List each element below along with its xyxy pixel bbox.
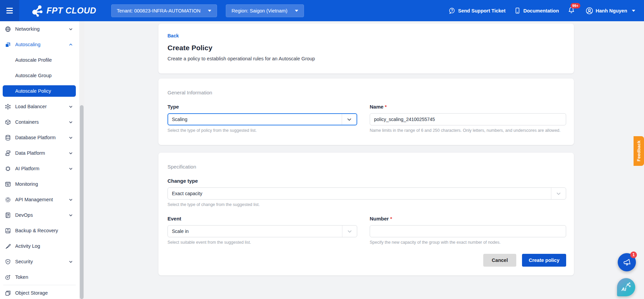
sidebar-item-label: Backup & Recovery bbox=[15, 228, 58, 233]
sidebar-item-activity-log[interactable]: Activity Log bbox=[0, 238, 79, 254]
sidebar-item-networking[interactable]: Networking bbox=[0, 21, 79, 37]
name-help-text: Name limits in the range of 6 and 250 ch… bbox=[370, 128, 566, 133]
caret-down-icon bbox=[632, 10, 635, 12]
page-subtitle: Create a policy to establish operational… bbox=[167, 56, 565, 61]
sidebar-item-label: Load Balancer bbox=[15, 104, 47, 109]
devops-icon bbox=[5, 212, 11, 218]
sidebar-item-api-management[interactable]: API Management bbox=[0, 192, 79, 207]
create-policy-button[interactable]: Create policy bbox=[522, 254, 566, 267]
sidebar-subitem-autoscale-group[interactable]: Autoscale Group bbox=[0, 68, 79, 83]
sidebar-item-database-platform[interactable]: Database Platform bbox=[0, 130, 79, 145]
chevron-down-icon bbox=[347, 230, 352, 233]
send-support-ticket-link[interactable]: ? Send Support Ticket bbox=[449, 7, 505, 14]
fpt-network-icon bbox=[30, 4, 43, 18]
documentation-link[interactable]: Documentation bbox=[514, 7, 559, 14]
sidebar-item-data-platform[interactable]: Data Platform bbox=[0, 145, 79, 161]
back-link[interactable]: Back bbox=[167, 33, 179, 38]
chevron-down-icon bbox=[69, 261, 72, 263]
specification-card: Specification Change type Exact capacity… bbox=[158, 153, 574, 275]
event-select-value: Scale in bbox=[172, 229, 189, 234]
sidebar-subitem-label: Autoscale Policy bbox=[15, 88, 51, 94]
sidebar-item-label: Token bbox=[15, 274, 28, 280]
autoscaling-icon bbox=[5, 41, 11, 48]
sidebar-item-token[interactable]: Token bbox=[0, 269, 79, 285]
containers-cube-icon bbox=[5, 119, 11, 125]
sidebar-item-ai-platform[interactable]: AI Platform bbox=[0, 161, 79, 176]
sidebar-item-containers[interactable]: Containers bbox=[0, 114, 79, 130]
sidebar-scrollbar-track bbox=[79, 21, 84, 299]
page-header-card: Back Create Policy Create a policy to es… bbox=[158, 24, 574, 73]
type-help-text: Select the type of policy from the sugge… bbox=[167, 128, 357, 133]
event-label: Event bbox=[167, 216, 357, 221]
ai-chip-icon bbox=[5, 166, 11, 172]
number-input[interactable] bbox=[370, 225, 566, 237]
sidebar-subitem-autoscale-profile[interactable]: Autoscale Profile bbox=[0, 52, 79, 68]
top-navbar: FPT CLOUD Tenant: 000823-INFRA-AUTOMATIO… bbox=[0, 0, 644, 21]
type-field: Type Scaling Select the type of policy f… bbox=[167, 104, 357, 133]
ai-assistant-button[interactable]: AI bbox=[617, 278, 635, 296]
sidebar-item-label: Monitoring bbox=[15, 181, 38, 187]
user-menu[interactable]: Hanh Nguyen bbox=[586, 7, 635, 14]
chevron-down-icon bbox=[69, 106, 72, 108]
cancel-button[interactable]: Cancel bbox=[483, 254, 516, 267]
backup-drive-icon bbox=[5, 228, 11, 234]
chevron-down-icon bbox=[69, 121, 72, 123]
event-help-text: Select suitable event from the suggested… bbox=[167, 240, 357, 245]
sidebar-subitem-autoscale-policy-selected[interactable]: Autoscale Policy bbox=[3, 85, 76, 97]
tenant-selector[interactable]: Tenant: 000823-INFRA-AUTOMATION bbox=[111, 4, 217, 17]
change-type-label: Change type bbox=[167, 178, 566, 184]
type-select-value: Scaling bbox=[172, 117, 187, 122]
region-selector[interactable]: Region: Saigon (Vietnam) bbox=[226, 4, 304, 17]
chevron-up-icon bbox=[69, 43, 72, 46]
sidebar-item-monitoring[interactable]: Monitoring bbox=[0, 176, 79, 192]
documentation-label: Documentation bbox=[523, 8, 559, 13]
sidebar-item-label: Networking bbox=[15, 26, 40, 32]
megaphone-icon bbox=[621, 257, 632, 268]
sidebar-item-label: Containers bbox=[15, 119, 39, 125]
brand-logo-text: FPT CLOUD bbox=[47, 6, 96, 16]
globe-icon bbox=[5, 26, 11, 32]
event-field: Event Scale in Select suitable event fro… bbox=[167, 216, 357, 245]
brand-logo: FPT CLOUD bbox=[30, 4, 96, 18]
send-support-ticket-label: Send Support Ticket bbox=[458, 8, 505, 13]
sidebar-item-object-storage[interactable]: Object Storage bbox=[0, 285, 79, 299]
notifications-button[interactable]: 99+ bbox=[568, 6, 575, 15]
notification-count-badge: 99+ bbox=[571, 3, 580, 8]
announcements-button[interactable]: 1 bbox=[618, 253, 636, 271]
sidebar-item-devops[interactable]: DevOps bbox=[0, 207, 79, 223]
name-label: Name* bbox=[370, 104, 566, 110]
sidebar-subitem-label: Autoscale Group bbox=[15, 73, 52, 78]
sidebar-item-security[interactable]: Security bbox=[0, 254, 79, 269]
chevron-down-icon bbox=[69, 214, 72, 216]
left-sidebar: Networking Autoscaling Autoscale Profile… bbox=[0, 21, 84, 299]
sidebar-item-label: DevOps bbox=[15, 212, 33, 218]
change-type-help-text: Select the type of change from the sugge… bbox=[167, 202, 566, 207]
user-name-label: Hanh Nguyen bbox=[596, 8, 627, 13]
change-type-field: Change type Exact capacity Select the ty… bbox=[167, 178, 566, 207]
chevron-down-icon bbox=[69, 28, 72, 30]
tenant-selector-label: Tenant: 000823-INFRA-AUTOMATION bbox=[117, 8, 201, 13]
database-icon bbox=[5, 134, 11, 141]
caret-down-icon bbox=[208, 10, 211, 12]
hamburger-menu-button[interactable] bbox=[0, 0, 19, 21]
svg-text:AI: AI bbox=[621, 287, 626, 292]
security-shield-icon bbox=[5, 259, 11, 265]
chevron-down-icon bbox=[69, 168, 72, 170]
event-select[interactable]: Scale in bbox=[167, 225, 357, 237]
chevron-down-icon bbox=[556, 192, 561, 195]
region-selector-label: Region: Saigon (Vietnam) bbox=[232, 8, 287, 13]
activity-log-pen-icon bbox=[5, 243, 11, 249]
name-field: Name* Name limits in the range of 6 and … bbox=[370, 104, 566, 133]
type-select[interactable]: Scaling bbox=[167, 113, 357, 125]
announcement-count-badge: 1 bbox=[630, 251, 637, 258]
feedback-tab[interactable]: Feedback bbox=[634, 136, 644, 166]
sidebar-item-load-balancer[interactable]: Load Balancer bbox=[0, 99, 79, 114]
documentation-icon bbox=[514, 7, 521, 14]
required-asterisk: * bbox=[390, 216, 392, 221]
sidebar-scrollbar-thumb[interactable] bbox=[80, 105, 84, 299]
data-platform-icon bbox=[5, 150, 11, 156]
sidebar-item-autoscaling[interactable]: Autoscaling bbox=[0, 37, 79, 52]
name-input[interactable] bbox=[370, 113, 566, 125]
change-type-select[interactable]: Exact capacity bbox=[167, 187, 566, 200]
sidebar-item-backup-recovery[interactable]: Backup & Recovery bbox=[0, 223, 79, 238]
